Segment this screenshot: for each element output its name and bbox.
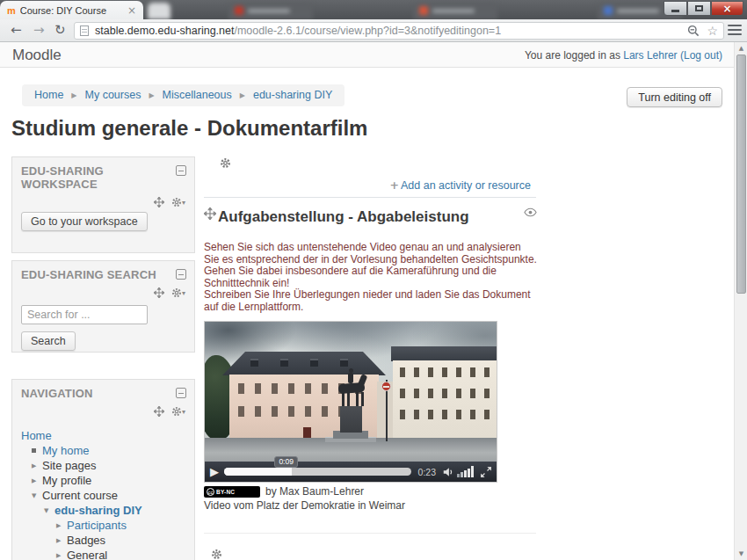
fullscreen-icon[interactable] (481, 467, 491, 477)
nav-item-general[interactable]: ▶General (21, 548, 185, 560)
forward-icon[interactable]: → (33, 22, 45, 38)
add-activity-link[interactable]: Add an activity or resource (401, 179, 531, 192)
scroll-down-icon[interactable]: ▼ (735, 548, 747, 560)
menu-icon[interactable] (728, 25, 742, 38)
url-host[interactable]: stable.demo.edu-sharing.net (95, 25, 234, 37)
edit-summary-gear-icon[interactable] (220, 157, 231, 169)
chevron-down-icon[interactable]: ▾ (182, 408, 185, 416)
user-link[interactable]: Lars Lehrer (623, 49, 677, 62)
move-block-icon[interactable] (154, 287, 164, 298)
url-path[interactable]: /moodle-2.6.1/course/view.php?id=3&notif… (234, 25, 684, 37)
window-controls: × (664, 1, 743, 16)
nav-item-participants[interactable]: ▶Participants (21, 518, 185, 533)
site-logo[interactable]: Moodle (12, 47, 62, 64)
scrollbar-thumb[interactable] (736, 55, 746, 294)
search-button[interactable]: Search (21, 331, 76, 351)
chevron-right-icon[interactable]: ▶ (56, 552, 67, 559)
video-frame-weimar-square[interactable] (205, 322, 497, 462)
chevron-down-icon[interactable]: ▼ (44, 507, 54, 514)
nav-item-edu-sharing-diy[interactable]: ▼edu-sharing DIY (21, 503, 185, 518)
block-title: EDU-SHARING WORKSPACE (21, 164, 162, 191)
breadcrumb-miscellaneous[interactable]: Miscellaneous (163, 84, 232, 106)
volume-level-bars[interactable] (457, 466, 475, 477)
scroll-up-icon[interactable]: ▲ (735, 42, 747, 55)
logout-link[interactable]: (Log out) (680, 49, 722, 62)
browser-toolbar: ← → ↻ stable.demo.edu-sharing.net /moodl… (0, 19, 747, 42)
eye-visibility-icon[interactable] (524, 207, 537, 217)
block-title: EDU-SHARING SEARCH (21, 268, 162, 281)
page-icon[interactable] (80, 25, 89, 36)
statue (361, 392, 364, 406)
nav-item-home[interactable]: Home (21, 428, 185, 443)
block-title: NAVIGATION (21, 387, 162, 400)
plus-icon: + (390, 178, 399, 192)
go-to-workspace-button[interactable]: Go to your workspace (21, 212, 148, 231)
window-close-button[interactable]: × (711, 1, 743, 16)
window-maximize-button[interactable] (687, 1, 711, 16)
activity-description: Sehen Sie sich das untenstehende Video g… (204, 242, 538, 313)
chevron-right-icon[interactable]: ▶ (32, 477, 42, 484)
play-icon[interactable]: ▶ (210, 466, 219, 477)
window-minimize-button[interactable] (664, 1, 687, 16)
edit-summary-gear-icon[interactable] (211, 549, 222, 560)
chevron-right-icon[interactable]: ▶ (56, 537, 67, 544)
nav-item-badges[interactable]: ▶Badges (21, 533, 185, 548)
nav-item-current-course[interactable]: ▼Current course (21, 488, 185, 503)
block-edu-sharing-workspace: EDU-SHARING WORKSPACE ▾ Go to your works… (11, 156, 195, 253)
turn-editing-off-button[interactable]: Turn editing off (627, 87, 722, 107)
chevron-down-icon[interactable]: ▾ (182, 289, 185, 297)
traffic-sign (381, 382, 391, 391)
moodle-favicon-icon: m (7, 5, 16, 16)
active-tab[interactable]: m Course: DIY Course × (0, 1, 143, 19)
gear-icon[interactable] (171, 406, 182, 417)
chevron-down-icon[interactable]: ▾ (182, 199, 185, 207)
nav-item-my-profile[interactable]: ▶My profile (21, 473, 185, 488)
move-block-icon[interactable] (154, 406, 164, 417)
video-caption: Video vom Platz der Demokratie in Weimar (204, 499, 405, 512)
volume-icon[interactable] (442, 466, 454, 478)
address-bar[interactable]: stable.demo.edu-sharing.net /moodle-2.6.… (74, 22, 724, 40)
collapse-block-icon[interactable] (176, 165, 186, 176)
chevron-right-icon[interactable]: ▶ (32, 462, 42, 469)
search-input[interactable] (21, 305, 148, 324)
collapse-block-icon[interactable] (176, 269, 186, 280)
cc-by-nc-badge[interactable]: cc BY-NC (204, 486, 260, 498)
nav-item-my-home[interactable]: My home (21, 443, 185, 458)
breadcrumb-my-courses[interactable]: My courses (85, 84, 141, 106)
collapse-block-icon[interactable] (176, 388, 186, 398)
roof-dormer (280, 359, 288, 367)
statue (356, 392, 359, 406)
attribution-text: by Max Baum-Lehrer (265, 485, 364, 498)
move-activity-icon[interactable] (204, 207, 216, 220)
breadcrumb-course[interactable]: edu-sharing DIY (253, 84, 332, 106)
bookmark-star-icon[interactable]: ☆ (707, 24, 718, 38)
back-icon[interactable]: ← (11, 22, 22, 38)
nav-item-site-pages[interactable]: ▶Site pages (21, 458, 185, 473)
add-activity-row: +Add an activity or resource (390, 178, 531, 192)
page-scrollbar[interactable]: ▲ ▼ (734, 42, 747, 560)
activity-heading: Aufgabenstellung - Abgabeleistung (218, 208, 469, 226)
zoom-magnifier-icon[interactable] (687, 25, 700, 37)
chevron-right-icon: ▶ (71, 84, 76, 106)
seek-bar-progress (224, 468, 292, 476)
move-block-icon[interactable] (154, 197, 164, 207)
background-tab[interactable] (228, 3, 313, 19)
site-header: Moodle You are logged in as Lars Lehrer … (0, 42, 747, 68)
reload-icon[interactable]: ↻ (54, 22, 66, 38)
gear-icon[interactable] (171, 287, 182, 298)
page-title: Studium generale - Dokumentarfilm (11, 116, 367, 141)
login-prefix: You are logged in as (525, 49, 623, 62)
background-tabs[interactable] (141, 0, 668, 19)
tab-close-icon[interactable]: × (126, 5, 138, 16)
gear-icon[interactable] (171, 197, 182, 207)
background-tab[interactable] (148, 3, 170, 19)
chevron-right-icon: ▶ (149, 84, 154, 106)
square-bullet-icon (32, 448, 36, 453)
background-tab[interactable] (413, 3, 497, 19)
chevron-down-icon[interactable]: ▼ (32, 492, 42, 499)
cc-badge-label: BY-NC (216, 489, 235, 495)
video-player[interactable]: ▶ 0:09 0:23 (204, 321, 497, 483)
breadcrumb-home[interactable]: Home (34, 84, 63, 106)
chevron-right-icon[interactable]: ▶ (56, 522, 67, 529)
seek-bar[interactable]: 0:09 (224, 468, 411, 476)
